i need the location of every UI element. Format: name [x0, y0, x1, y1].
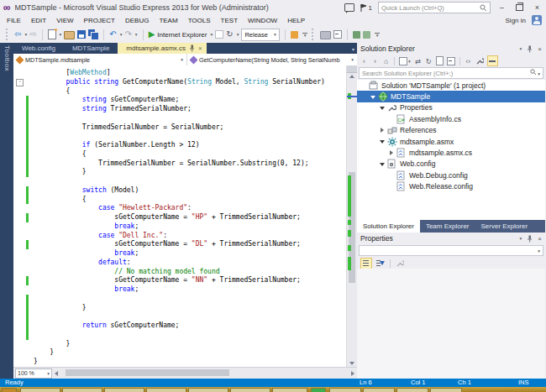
pin-icon[interactable]	[527, 45, 533, 53]
taskbar-button[interactable]	[329, 388, 361, 392]
tree-item-references[interactable]: References	[357, 125, 545, 136]
properties-icon[interactable]	[475, 56, 484, 65]
toolbar-overflow[interactable]: ▾	[375, 33, 380, 37]
close-button[interactable]: ×	[532, 3, 543, 12]
toolbox-tab[interactable]: Toolbox	[3, 45, 11, 71]
save-all-icon[interactable]	[88, 29, 98, 39]
menu-project[interactable]: PROJECT	[79, 17, 120, 24]
scroll-down-icon[interactable]	[349, 362, 354, 365]
code-editor[interactable]: [WebMethod]- public string GetComputerNa…	[13, 65, 347, 368]
expand-open-icon[interactable]	[379, 104, 386, 112]
run-browser-label[interactable]: Internet Explorer	[157, 31, 207, 39]
close-icon[interactable]: ×	[538, 45, 542, 53]
tree-item-properties[interactable]: Properties	[357, 102, 545, 113]
tree-item-web-config[interactable]: Web.config	[357, 159, 545, 170]
editor-horizontal-scrollbar[interactable]: 100 %▾	[13, 367, 357, 379]
expand-closed-icon[interactable]	[379, 127, 386, 134]
document-tab-mdtsample[interactable]: MDTSample	[64, 43, 118, 54]
tree-item-web-debug-config[interactable]: Web.Debug.config	[357, 170, 545, 180]
menu-view[interactable]: VIEW	[51, 17, 78, 24]
toolbar-grip[interactable]	[312, 29, 316, 40]
pending-changes-filter-icon[interactable]: ⇄	[414, 56, 422, 65]
redo-dropdown[interactable]: ▾	[135, 32, 138, 37]
close-icon[interactable]: ×	[198, 45, 202, 52]
back-icon[interactable]: ‹	[360, 56, 368, 65]
quick-launch-input[interactable]: Quick Launch (Ctrl+Q)	[378, 2, 491, 13]
publish-icon[interactable]	[320, 31, 331, 39]
undo-icon[interactable]: ↶	[109, 29, 116, 39]
editor-vertical-scrollbar[interactable]	[346, 65, 357, 368]
menu-edit[interactable]: EDIT	[26, 17, 51, 24]
taskbar-button[interactable]	[396, 388, 428, 392]
run-dropdown[interactable]: ▾	[210, 32, 213, 37]
account-person-icon[interactable]	[532, 15, 542, 25]
undo-dropdown[interactable]: ▾	[120, 32, 123, 37]
editor-splitter-handle[interactable]	[347, 65, 357, 73]
menu-debug[interactable]: DEBUG	[120, 17, 154, 24]
new-file-dropdown[interactable]: ▾	[60, 32, 62, 37]
tree-item-assemblyinfo-cs[interactable]: C#AssemblyInfo.cs	[357, 113, 545, 124]
taskbar-button[interactable]	[230, 388, 270, 392]
expand-open-icon[interactable]	[379, 138, 386, 145]
taskbar-button[interactable]	[188, 388, 228, 392]
menu-tools[interactable]: TOOLS	[183, 17, 216, 24]
type-dropdown[interactable]: MDTSample.mdtsample ▾	[13, 54, 187, 65]
tree-item-mdtsample-asmx[interactable]: mdtsample.asmx	[357, 136, 545, 147]
tab-overflow-icon[interactable]: ▾	[352, 46, 354, 52]
taskbar-button[interactable]	[311, 388, 326, 392]
refresh-dropdown[interactable]: ▾	[237, 32, 239, 37]
toolbar-grip[interactable]	[6, 29, 10, 40]
scroll-up-icon[interactable]	[349, 75, 354, 78]
tree-item-web-release-config[interactable]: Web.Release.config	[357, 181, 545, 192]
tree-item-solution-mdtsample-1-project[interactable]: Solution 'MDTSample' (1 project)	[357, 80, 545, 91]
tree-item-mdtsample-asmx-cs[interactable]: mdtsample.asmx.cs	[357, 147, 545, 158]
refresh-icon[interactable]: ↻	[226, 29, 233, 39]
collapse-all-icon[interactable]	[447, 56, 455, 65]
window-position-dropdown[interactable]: ▾	[520, 46, 522, 51]
scroll-left-icon[interactable]	[55, 371, 58, 376]
sign-in-link[interactable]: Sign in	[506, 17, 526, 24]
zoom-select[interactable]: 100 %▾	[15, 368, 52, 379]
properties-object-select[interactable]: ▾	[359, 245, 543, 256]
run-icon[interactable]: ▶	[149, 29, 155, 39]
expand-closed-icon[interactable]	[388, 149, 396, 157]
taskbar-button[interactable]	[272, 388, 307, 392]
switch-views-icon[interactable]: ▾	[399, 56, 411, 65]
document-tab-mdtsample-asmx-cs[interactable]: mdtsample.asmx.cs×	[118, 43, 206, 54]
collapse-region-icon[interactable]: -	[16, 79, 24, 86]
extension-icon-1[interactable]	[353, 31, 360, 39]
pin-icon[interactable]	[527, 235, 533, 243]
menu-help[interactable]: HELP	[282, 17, 310, 24]
expand-open-icon[interactable]	[379, 160, 386, 168]
sync-with-active-document-icon[interactable]: ↻	[425, 56, 433, 65]
taskbar-button[interactable]	[104, 388, 144, 392]
close-icon[interactable]: ×	[538, 235, 542, 243]
show-all-files-icon[interactable]	[487, 55, 498, 66]
page-inspector-icon[interactable]	[291, 31, 298, 39]
redo-icon[interactable]: ↷	[124, 29, 131, 39]
document-tab-web-config[interactable]: Web.config	[13, 43, 64, 54]
restore-button[interactable]	[516, 4, 523, 11]
property-pages-wrench-icon[interactable]	[396, 259, 404, 268]
taskbar-button[interactable]	[430, 388, 462, 392]
view-code-icon[interactable]: ‹›	[465, 56, 472, 65]
categorized-icon[interactable]	[360, 258, 372, 269]
navigate-back-icon[interactable]: ⇦	[14, 29, 21, 39]
panel-tab-team-explorer[interactable]: Team Explorer	[420, 220, 475, 233]
taskbar-button[interactable]	[146, 388, 186, 392]
home-icon[interactable]: ⌂	[382, 56, 390, 65]
horizontal-scroll-track[interactable]	[60, 368, 349, 379]
feedback-icon[interactable]	[344, 3, 354, 12]
panel-tab-server-explorer[interactable]: Server Explorer	[475, 220, 534, 233]
taskbar-button[interactable]	[20, 388, 60, 392]
notifications-flag[interactable]: 1	[360, 4, 372, 12]
taskbar-button[interactable]	[2, 388, 17, 392]
new-file-icon[interactable]	[48, 29, 56, 39]
solution-configuration-select[interactable]: Release▾	[241, 29, 279, 41]
save-icon[interactable]	[77, 30, 86, 39]
taskbar-button[interactable]	[363, 388, 395, 392]
alphabetical-sort-icon[interactable]	[376, 259, 385, 268]
scroll-right-icon[interactable]	[351, 371, 354, 376]
tree-item-mdtsample[interactable]: MDTSample	[357, 91, 545, 102]
solution-explorer-search-input[interactable]: Search Solution Explorer (Ctrl+;) ▾	[359, 67, 543, 79]
